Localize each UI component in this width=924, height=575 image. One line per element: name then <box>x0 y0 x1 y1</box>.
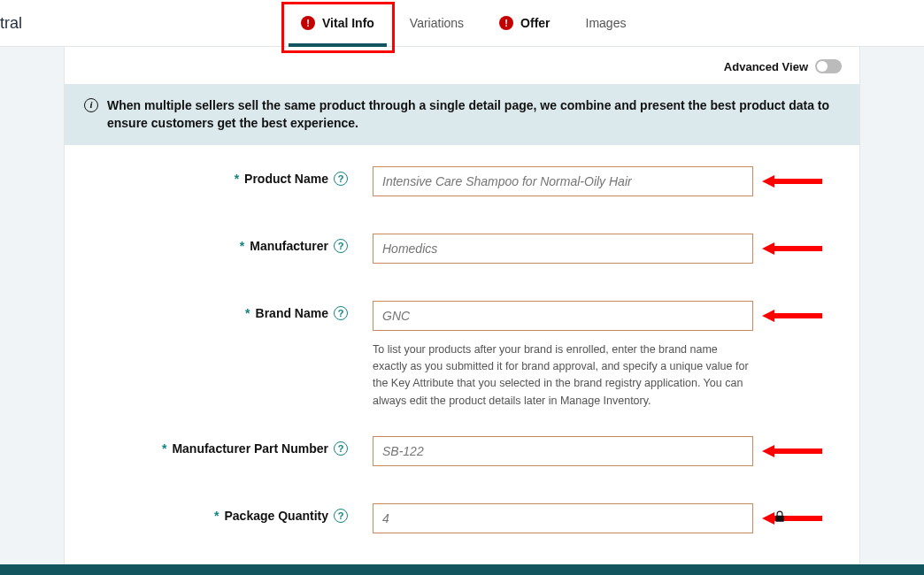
advanced-view-label: Advanced View <box>724 60 808 73</box>
required-indicator: * <box>214 509 219 523</box>
field-label: Manufacturer <box>250 239 328 253</box>
tab-vital-info[interactable]: ! Vital Info <box>283 0 392 47</box>
svg-marker-3 <box>762 445 822 457</box>
label-mpn: * Manufacturer Part Number ? <box>100 436 348 456</box>
advanced-view-toggle[interactable] <box>815 59 842 73</box>
tab-label: Offer <box>520 16 550 30</box>
field-row-mpn: * Manufacturer Part Number ? <box>100 436 824 466</box>
svg-marker-4 <box>762 512 822 525</box>
tab-label: Images <box>586 16 627 30</box>
annotation-arrow <box>762 175 822 188</box>
field-row-product-name: * Product Name ? <box>100 166 824 196</box>
help-icon[interactable]: ? <box>334 239 348 253</box>
annotation-arrow <box>762 310 822 322</box>
product-name-input[interactable] <box>373 166 753 196</box>
annotation-arrow <box>762 242 822 255</box>
form-area: * Product Name ? * Manufacturer ? <box>65 145 859 575</box>
label-brand-name: * Brand Name ? <box>100 301 348 320</box>
field-label: Package Quantity <box>225 509 329 523</box>
help-icon[interactable]: ? <box>334 509 348 523</box>
advanced-view-row: Advanced View <box>65 47 859 84</box>
label-manufacturer: * Manufacturer ? <box>100 234 348 253</box>
svg-marker-1 <box>762 242 822 255</box>
info-icon: i <box>84 98 98 112</box>
lock-icon <box>773 509 787 525</box>
label-package-qty: * Package Quantity ? <box>100 503 348 523</box>
annotation-arrow <box>762 512 822 525</box>
alert-icon: ! <box>301 16 315 30</box>
form-card: Advanced View i When multiple sellers se… <box>64 47 860 575</box>
alert-icon: ! <box>499 16 513 30</box>
mpn-input[interactable] <box>373 436 753 466</box>
bottom-bar <box>0 564 924 575</box>
tab-label: Vital Info <box>322 16 374 30</box>
field-row-manufacturer: * Manufacturer ? <box>100 234 824 264</box>
field-label: Manufacturer Part Number <box>172 441 328 456</box>
help-icon[interactable]: ? <box>334 172 348 186</box>
tab-label: Variations <box>410 16 464 30</box>
help-icon[interactable]: ? <box>334 306 348 320</box>
info-banner: i When multiple sellers sell the same pr… <box>65 84 859 145</box>
info-banner-text: When multiple sellers sell the same prod… <box>107 96 840 133</box>
field-row-brand-name: * Brand Name ? To list your products aft… <box>100 301 824 410</box>
svg-marker-0 <box>762 175 822 188</box>
required-indicator: * <box>240 239 244 253</box>
required-indicator: * <box>245 306 250 320</box>
field-label: Brand Name <box>256 306 328 320</box>
manufacturer-input[interactable] <box>373 234 753 264</box>
top-bar: ntral ! Vital Info Variations ! Offer Im… <box>0 0 924 47</box>
brand-name-input[interactable] <box>373 301 753 331</box>
brand-name-helper: To list your products after your brand i… <box>373 341 753 410</box>
svg-marker-2 <box>762 310 822 322</box>
required-indicator: * <box>162 441 166 456</box>
field-row-package-qty: * Package Quantity ? <box>100 503 824 533</box>
field-label: Product Name <box>244 172 328 186</box>
required-indicator: * <box>235 172 239 186</box>
logo-fragment: ntral <box>0 14 44 33</box>
label-product-name: * Product Name ? <box>100 166 348 186</box>
tab-variations[interactable]: Variations <box>392 0 481 47</box>
tab-offer[interactable]: ! Offer <box>481 0 567 47</box>
annotation-arrow <box>762 445 822 457</box>
package-qty-input[interactable] <box>373 503 753 533</box>
help-icon[interactable]: ? <box>334 441 348 456</box>
tabs: ! Vital Info Variations ! Offer Images <box>283 0 643 47</box>
tab-images[interactable]: Images <box>568 0 644 47</box>
